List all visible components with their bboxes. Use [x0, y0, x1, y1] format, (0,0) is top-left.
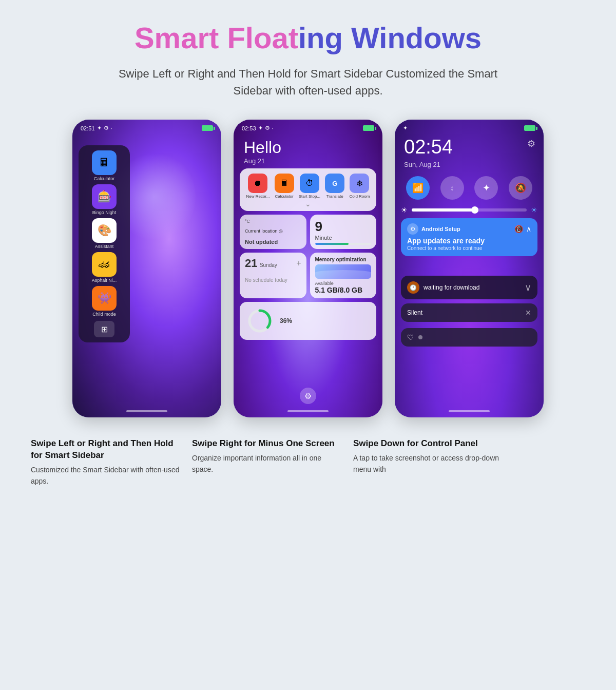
timer-number: 9 [315, 219, 372, 235]
caption-phone3: Swipe Down for Control Panel A tap to ta… [353, 438, 502, 487]
child-label: Child mode [92, 312, 116, 317]
sidebar-app-child[interactable]: 👾 Child mode [84, 286, 125, 317]
calendar-add-button[interactable]: + [296, 259, 301, 268]
silent-toggle[interactable]: 🔕 [509, 176, 532, 200]
hello-section: Hello Aug 21 [244, 138, 281, 165]
app-item-coldroom[interactable]: ❄ Cold Room [349, 174, 370, 199]
page-title: Smart Floating Windows [134, 21, 482, 55]
coldroom-icon: ❄ [350, 174, 369, 193]
assistant-label: Assistant [95, 244, 114, 249]
recorder-icon: ⏺ [248, 174, 267, 193]
data-icon: ↕ [450, 184, 454, 192]
calendar-no-schedule: No schedule today [245, 277, 301, 283]
sidebar-app-bingo[interactable]: 🎰 Bingo Night [84, 184, 125, 215]
phones-row: 02:51 ✦ ⚙ · 🖩 Calculator 🎰 Bingo Night [31, 120, 585, 417]
apps-row: ⏺ New Recor... 🖩 Calculator ⏱ Start Stop… [244, 174, 372, 199]
brightness-fill [412, 208, 475, 212]
android-notif-title-row: ⚙ Android Setup [407, 223, 460, 235]
android-notif-header: ⚙ Android Setup 📵 ∧ [407, 223, 531, 235]
memory-card: Memory optimization Available 5.1 GB/8.0… [310, 253, 377, 298]
caption2-desc: Organize important information all in on… [192, 453, 341, 475]
android-setup-notification[interactable]: ⚙ Android Setup 📵 ∧ App updates are read… [401, 218, 537, 256]
caption1-title: Swipe Left or Right and Then Hold for Sm… [31, 438, 180, 462]
calendar-header: 21 Sunday + [245, 257, 301, 270]
settings-center-icon: ⚙ [304, 391, 312, 401]
phone1-time: 02:51 [81, 125, 95, 131]
weather-location: Current location ◎ [245, 228, 301, 234]
dot-icon: · [111, 125, 112, 131]
android-setup-icon: ⚙ [407, 223, 418, 235]
title-smart: Smart Float [134, 21, 298, 54]
child-icon: 👾 [92, 286, 117, 311]
grid-icon: ⊞ [101, 324, 108, 334]
silent-notification[interactable]: Silent ✕ [401, 303, 537, 322]
timer-bar-fill [315, 243, 349, 245]
brightness-high-icon: ☀ [531, 206, 537, 214]
ctrl-toggles: 📶 ↕ ✦ 🔕 [401, 176, 537, 200]
memory-size: 5.1 GB/8.0 GB [315, 286, 372, 294]
bluetooth-toggle[interactable]: ✦ [474, 176, 498, 200]
calendar-card: 21 Sunday + No schedule today [240, 253, 306, 298]
sidebar-app-assistant[interactable]: 🎨 Assistant [84, 218, 125, 249]
phone2-status-left: 02:53 ✦ ⚙ · [242, 125, 274, 131]
silent-label: Silent [407, 309, 422, 316]
no-wifi-icon: 📵 [514, 225, 523, 233]
apps-chevron-down: ⌄ [244, 200, 372, 208]
brightness-track[interactable] [412, 208, 527, 212]
bingo-icon: 🎰 [92, 184, 117, 209]
sidebar-app-asphalt[interactable]: 🏎 Asphalt Ni... [84, 252, 125, 283]
android-setup-title: Android Setup [421, 226, 460, 232]
app-item-recorder[interactable]: ⏺ New Recor... [246, 174, 270, 199]
phone3-home-bar [449, 410, 490, 412]
settings-center-button[interactable]: ⚙ [300, 388, 316, 404]
battery-ring-svg [247, 308, 273, 334]
waiting-download-text: waiting for download [424, 284, 479, 291]
download-expand-icon[interactable]: ∨ [525, 282, 531, 293]
caption3-title: Swipe Down for Control Panel [353, 438, 502, 450]
timer-icon: ⏱ [300, 174, 319, 193]
title-windows: Windows [343, 21, 482, 54]
bingo-label: Bingo Night [92, 210, 117, 215]
caption3-desc: A tap to take screenshot or access drop-… [353, 453, 502, 475]
calendar-memory-row: 21 Sunday + No schedule today Memory opt… [240, 253, 376, 298]
android-notif-sub-text: Connect to a network to continue [407, 245, 531, 251]
memory-title: Memory optimization [315, 257, 372, 262]
wifi-toggle[interactable]: 📶 [406, 176, 430, 200]
android-notif-big-text: App updates are ready [407, 237, 531, 245]
hello-date: Aug 21 [244, 157, 281, 165]
apps-card: ⏺ New Recor... 🖩 Calculator ⏱ Start Stop… [240, 168, 376, 211]
weather-temp-label: °C [245, 219, 301, 224]
timer-progress-bar [315, 243, 372, 245]
brightness-low-icon: ☀ [401, 206, 408, 214]
weather-not-updated: Not updated [245, 239, 301, 245]
phone2-battery-icon [363, 125, 374, 131]
sidebar-app-calculator[interactable]: 🖩 Calculator [84, 150, 125, 181]
app-item-timer[interactable]: ⏱ Start Stop... [299, 174, 320, 199]
phone2-time: 02:53 [242, 125, 256, 131]
ctrl-date: Sun, Aug 21 [404, 161, 440, 168]
sidebar-grid-button[interactable]: ⊞ [94, 321, 114, 337]
phone3-container: ✦ 02:54 Sun, Aug 21 ⚙ 📶 ↕ ✦ 🔕 [395, 120, 544, 417]
volume-icon: 🔕 [515, 182, 526, 194]
dot1 [418, 335, 422, 339]
ctrl-time: 02:54 [404, 136, 453, 158]
app-item-calculator[interactable]: 🖩 Calculator [275, 174, 294, 199]
ctrl-gear-icon[interactable]: ⚙ [527, 138, 535, 149]
phone1-status-bar: 02:51 ✦ ⚙ · [81, 125, 213, 131]
calendar-day: Sunday [260, 262, 277, 268]
download-notif-left: 🕐 waiting for download [407, 281, 479, 294]
android-notif-expand[interactable]: ∧ [526, 225, 531, 233]
calendar-date-num: 21 [245, 257, 257, 270]
silent-close-button[interactable]: ✕ [525, 309, 531, 317]
hello-text: Hello [244, 138, 281, 157]
phone2-dot: · [272, 125, 274, 131]
caption1-desc: Customized the Smart Sidebar with often-… [31, 465, 180, 487]
app-item-translate[interactable]: G Translate [325, 174, 344, 199]
assistant-icon: 🎨 [92, 218, 117, 243]
timer-label-app: Start Stop... [299, 194, 320, 199]
phone3-bt-icon: ✦ [403, 125, 408, 131]
battery-widget: 36% [240, 302, 376, 340]
card-container: ⏺ New Recor... 🖩 Calculator ⏱ Start Stop… [240, 168, 376, 340]
download-notification[interactable]: 🕐 waiting for download ∨ [401, 276, 537, 299]
mobile-data-toggle[interactable]: ↕ [440, 176, 464, 200]
